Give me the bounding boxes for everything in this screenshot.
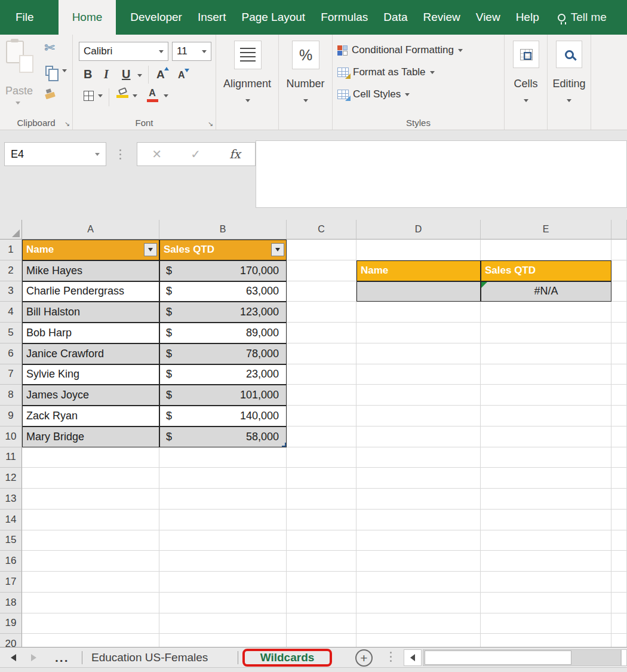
cell-C1[interactable] bbox=[287, 240, 356, 260]
cell-C10[interactable] bbox=[287, 426, 356, 447]
new-sheet-button[interactable]: + bbox=[355, 649, 373, 667]
column-header-b[interactable]: B bbox=[159, 220, 287, 240]
cell-C4[interactable] bbox=[287, 302, 356, 323]
cell-E18[interactable] bbox=[481, 593, 611, 613]
fill-color-dropdown-icon[interactable] bbox=[133, 94, 137, 97]
format-painter-icon[interactable] bbox=[45, 92, 56, 100]
borders-dropdown-icon[interactable] bbox=[98, 94, 103, 97]
cell-F16[interactable] bbox=[611, 551, 627, 572]
cell-B19[interactable] bbox=[159, 613, 287, 634]
cell-B6[interactable]: $78,000 bbox=[159, 343, 287, 364]
cell-B20[interactable] bbox=[159, 634, 287, 647]
format-as-table-button[interactable]: Format as Table bbox=[337, 66, 435, 78]
cell-E10[interactable] bbox=[481, 426, 611, 447]
cell-D14[interactable] bbox=[356, 510, 481, 530]
cell-D3[interactable] bbox=[356, 281, 481, 302]
cell-A12[interactable] bbox=[22, 468, 159, 489]
sheet-nav-left-icon[interactable] bbox=[11, 648, 16, 667]
cell-E8[interactable] bbox=[481, 385, 611, 406]
cell-C18[interactable] bbox=[287, 593, 356, 613]
cell-F2[interactable] bbox=[611, 260, 627, 281]
tab-developer[interactable]: Developer bbox=[122, 0, 190, 35]
insert-function-icon[interactable]: fx bbox=[229, 147, 241, 161]
cell-C19[interactable] bbox=[287, 613, 356, 634]
cells-label[interactable]: Cells bbox=[505, 78, 547, 90]
row-header-3[interactable]: 3 bbox=[0, 281, 22, 302]
cell-D9[interactable] bbox=[356, 406, 481, 426]
cell-D13[interactable] bbox=[356, 489, 481, 510]
font-color-dropdown-icon[interactable] bbox=[164, 94, 168, 97]
cell-D4[interactable] bbox=[356, 302, 481, 323]
cell-C13[interactable] bbox=[287, 489, 356, 510]
cancel-icon[interactable]: ✕ bbox=[152, 147, 162, 161]
cell-C20[interactable] bbox=[287, 634, 356, 647]
row-header-5[interactable]: 5 bbox=[0, 323, 22, 343]
cell-F5[interactable] bbox=[611, 323, 627, 343]
cells-button[interactable] bbox=[513, 41, 539, 68]
cell-D19[interactable] bbox=[356, 613, 481, 634]
sheet-tab-wildcards[interactable]: Wildcards bbox=[260, 651, 315, 664]
row-header-2[interactable]: 2 bbox=[0, 260, 22, 281]
cell-D10[interactable] bbox=[356, 426, 481, 447]
cell-B15[interactable] bbox=[159, 530, 287, 551]
cell-A2[interactable]: Mike Hayes bbox=[22, 260, 159, 281]
cell-B13[interactable] bbox=[159, 489, 287, 510]
cell-A9[interactable]: Zack Ryan bbox=[22, 406, 159, 426]
cell-A16[interactable] bbox=[22, 551, 159, 572]
cell-B17[interactable] bbox=[159, 572, 287, 593]
cell-F17[interactable] bbox=[611, 572, 627, 593]
row-header-18[interactable]: 18 bbox=[0, 593, 22, 613]
font-dialog-launcher-icon[interactable]: ↘ bbox=[208, 121, 213, 127]
table-resize-handle[interactable] bbox=[282, 443, 287, 447]
cell-D6[interactable] bbox=[356, 343, 481, 364]
name-box[interactable]: E4 bbox=[4, 142, 106, 166]
cell-C8[interactable] bbox=[287, 385, 356, 406]
cell-F14[interactable] bbox=[611, 510, 627, 530]
cell-E19[interactable] bbox=[481, 613, 611, 634]
borders-icon[interactable] bbox=[84, 91, 94, 101]
row-header-17[interactable]: 17 bbox=[0, 572, 22, 593]
underline-dropdown-icon[interactable] bbox=[137, 74, 142, 77]
cell-D11[interactable] bbox=[356, 447, 481, 468]
cell-D12[interactable] bbox=[356, 468, 481, 489]
row-header-11[interactable]: 11 bbox=[0, 447, 22, 468]
row-header-1[interactable]: 1 bbox=[0, 240, 22, 260]
row-header-15[interactable]: 15 bbox=[0, 530, 22, 551]
font-size-combo[interactable]: 11 bbox=[172, 42, 211, 61]
cell-E13[interactable] bbox=[481, 489, 611, 510]
fill-color-button[interactable] bbox=[116, 88, 129, 98]
cell-A1[interactable]: Name bbox=[22, 240, 159, 260]
row-header-19[interactable]: 19 bbox=[0, 613, 22, 634]
cell-D18[interactable] bbox=[356, 593, 481, 613]
editing-label[interactable]: Editing bbox=[548, 78, 591, 90]
cell-B18[interactable] bbox=[159, 593, 287, 613]
cell-F8[interactable] bbox=[611, 385, 627, 406]
row-header-8[interactable]: 8 bbox=[0, 385, 22, 406]
cell-D7[interactable] bbox=[356, 364, 481, 385]
tab-file[interactable]: File bbox=[0, 0, 50, 35]
cell-C7[interactable] bbox=[287, 364, 356, 385]
cell-C6[interactable] bbox=[287, 343, 356, 364]
cell-F15[interactable] bbox=[611, 530, 627, 551]
cell-E9[interactable] bbox=[481, 406, 611, 426]
tab-data[interactable]: Data bbox=[376, 0, 415, 35]
column-header-c[interactable]: C bbox=[287, 220, 356, 240]
cell-A14[interactable] bbox=[22, 510, 159, 530]
cells-dropdown-icon[interactable] bbox=[524, 99, 528, 102]
cell-E6[interactable] bbox=[481, 343, 611, 364]
tab-formulas[interactable]: Formulas bbox=[313, 0, 376, 35]
cell-B3[interactable]: $63,000 bbox=[159, 281, 287, 302]
horizontal-scrollbar[interactable] bbox=[423, 649, 621, 666]
cell-C17[interactable] bbox=[287, 572, 356, 593]
cell-F9[interactable] bbox=[611, 406, 627, 426]
cell-A5[interactable]: Bob Harp bbox=[22, 323, 159, 343]
cell-A19[interactable] bbox=[22, 613, 159, 634]
cell-A6[interactable]: Janice Crawford bbox=[22, 343, 159, 364]
cell-F19[interactable] bbox=[611, 613, 627, 634]
column-header-f[interactable] bbox=[611, 220, 627, 240]
cell-D16[interactable] bbox=[356, 551, 481, 572]
font-name-combo[interactable]: Calibri bbox=[79, 42, 168, 61]
name-box-dropdown-icon[interactable] bbox=[95, 153, 100, 156]
sheet-nav-right-icon[interactable] bbox=[31, 648, 36, 667]
cell-A4[interactable]: Bill Halston bbox=[22, 302, 159, 323]
